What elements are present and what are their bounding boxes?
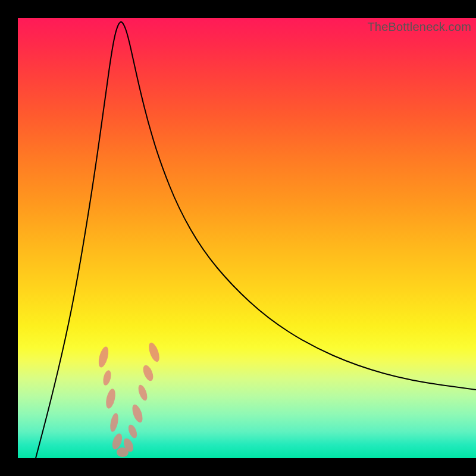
data-marker: [109, 412, 120, 433]
data-marker: [127, 424, 139, 440]
chart-frame: TheBottleneck.com: [0, 0, 476, 476]
plot-area: TheBottleneck.com: [18, 18, 476, 458]
data-marker: [137, 384, 149, 402]
data-marker: [147, 342, 162, 364]
data-marker: [104, 388, 117, 409]
marker-layer: [97, 342, 162, 457]
data-marker: [102, 369, 112, 386]
data-marker: [141, 364, 155, 382]
curve-layer: [18, 18, 476, 458]
bottleneck-curve: [36, 22, 476, 458]
data-marker: [130, 403, 145, 424]
data-marker: [97, 346, 111, 368]
